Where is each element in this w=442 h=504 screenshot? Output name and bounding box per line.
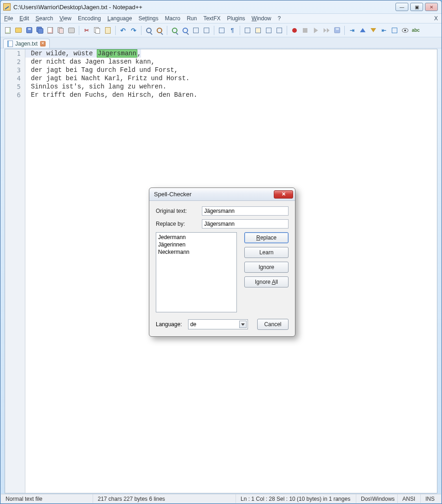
suggestion-item[interactable]: Neckermann [158,248,235,256]
maximize-button[interactable]: ▣ [410,3,423,11]
copy-icon [94,27,100,34]
zoom-in-button[interactable] [170,26,179,35]
print-button[interactable] [67,26,76,35]
close-all-button[interactable] [56,26,65,35]
minimize-button[interactable]: — [395,3,408,11]
close-file-button[interactable] [46,26,55,35]
menu-language[interactable]: Language [107,15,132,22]
user-lang-button[interactable] [253,26,263,35]
learn-button[interactable]: Learn [244,247,289,258]
language-combo[interactable]: de [188,319,248,329]
func-list-button[interactable] [275,26,284,35]
cut-button[interactable]: ✂ [82,26,91,35]
line-number: 3 [5,66,25,74]
wordwrap-button[interactable] [217,26,226,35]
menu-file[interactable]: File [4,15,13,22]
menu-help[interactable]: ? [278,15,281,22]
code-line[interactable]: Der wilde, wüste Jägersmann, [25,49,141,58]
sync-v-icon [193,28,199,33]
status-filetype: Normal text file [1,494,93,503]
code-line[interactable]: Er trifft den Fuchs, den Hirsch, den Bär… [25,91,197,99]
tool-d-button[interactable]: ⇤ [379,26,389,35]
menu-edit[interactable]: Edit [19,15,29,22]
find-button[interactable] [144,26,153,35]
code-line[interactable]: Sinnlos ist's, sich lang zu wehren. [25,82,166,91]
record-icon [292,28,297,33]
open-file-button[interactable] [14,26,23,35]
menu-plugins[interactable]: Plugins [227,15,245,22]
macro-play-multi-button[interactable] [322,26,331,35]
undo-button[interactable]: ↶ [118,26,128,35]
doc-map-button[interactable] [264,26,273,35]
close-file-icon [47,27,53,34]
dropdown-arrow-icon[interactable] [239,321,247,328]
menu-textfx[interactable]: TextFX [203,15,220,22]
save-all-button[interactable] [35,26,44,35]
find-replace-icon [157,28,162,33]
save-button[interactable] [24,26,34,35]
replace-by-label: Replace by: [156,221,202,227]
menu-macro[interactable]: Macro [165,15,180,22]
stop-icon [303,28,307,33]
menu-run[interactable]: Run [187,15,197,22]
tool-f-button[interactable] [401,26,410,35]
paste-button[interactable] [103,26,112,35]
menu-view[interactable]: View [59,15,71,22]
doc-map-icon [266,28,271,33]
zoom-out-button[interactable] [181,26,190,35]
macro-play-button[interactable] [311,26,320,35]
titlebar[interactable]: C:\Users\Warrior\Desktop\Jagen.txt - Not… [0,0,442,13]
show-all-chars-button[interactable]: ¶ [228,26,237,35]
copy-button[interactable] [93,26,102,35]
eye-icon [402,28,408,33]
new-file-button[interactable] [3,26,12,35]
sync-v-button[interactable] [191,26,200,35]
box-blue-icon [392,28,397,33]
zoom-in-icon [172,28,177,33]
wordwrap-icon [219,28,224,33]
save-icon [26,27,32,33]
spellcheck-button[interactable]: abc [411,26,420,35]
tool-b-button[interactable] [358,26,367,35]
dialog-titlebar[interactable]: Spell-Checker ✕ [149,188,295,201]
code-line[interactable]: der nicht das Jagen lassen kann, [25,58,155,66]
redo-button[interactable]: ↷ [129,26,138,35]
suggestion-list[interactable]: JedermannJägerinnenNeckermann [156,232,237,312]
tab-close-button[interactable]: ✕ [40,41,46,47]
sync-h-button[interactable] [202,26,211,35]
tool-e-button[interactable] [390,26,399,35]
macro-save-button[interactable] [332,26,342,35]
menu-search[interactable]: Search [35,15,53,22]
paste-icon [105,27,111,34]
code-line[interactable]: der jagt bei Nacht Karl, Fritz und Horst… [25,74,189,82]
replace-button[interactable]: Replace [244,232,289,243]
ignore-button[interactable]: Ignore [244,262,289,273]
tool-c-button[interactable] [369,26,378,35]
ignore-all-button[interactable]: Ignore All [244,276,289,287]
language-label: Language: [156,321,183,328]
menu-x[interactable]: X [434,15,438,22]
toolbar: ✂ ↶ ↷ ¶ ⇥ ⇤ abc [0,23,442,37]
menu-window[interactable]: Window [252,15,271,22]
suggestion-item[interactable]: Jedermann [158,234,235,241]
tool-a-button[interactable]: ⇥ [348,26,357,35]
suggestion-item[interactable]: Jägerinnen [158,241,235,248]
zoom-out-icon [183,28,188,33]
highlighted-word[interactable]: Jägersmann [97,49,137,58]
status-encoding: ANSI [398,494,421,503]
find-replace-button[interactable] [155,26,164,35]
macro-stop-button[interactable] [301,26,310,35]
indent-guide-button[interactable] [243,26,252,35]
replace-by-field[interactable] [202,219,289,229]
line-number: 1 [5,49,25,58]
status-stats: 217 chars 227 bytes 6 lines [93,494,236,503]
cancel-button[interactable]: Cancel [257,319,289,330]
close-button[interactable]: ✕ [425,3,438,11]
dialog-close-button[interactable]: ✕ [274,190,293,199]
menu-settings[interactable]: Settings [138,15,158,22]
tab-jagen[interactable]: Jagen.txt ✕ [3,39,50,48]
spellcheck-icon: abc [412,28,419,33]
code-line[interactable]: der jagt bei Tag durch Feld und Forst, [25,66,178,74]
macro-record-button[interactable] [290,26,299,35]
menu-encoding[interactable]: Encoding [78,15,101,22]
